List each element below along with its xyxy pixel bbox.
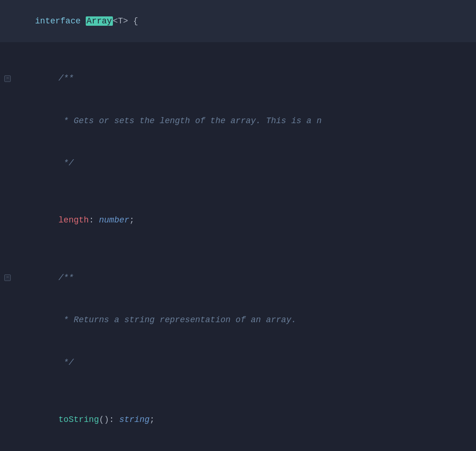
code-line-blank [0,384,476,399]
line-content: length: number; [28,200,476,242]
semicolon: ; [129,215,134,225]
code-line-blank [0,242,476,257]
code-line: * Gets or sets the length of the array. … [0,100,476,142]
type-string: string [119,415,149,424]
code-line-blank [0,185,476,200]
code-editor: interface Array<T> { − /** * Gets or set… [0,0,476,451]
line-content: interface Array<T> { [5,0,476,42]
comment-close: */ [59,358,74,367]
type-number: number [99,215,129,225]
comment-text: * Gets or sets the length of the array. … [59,116,322,126]
method-tostring: toString [59,415,99,424]
line-content: * Gets or sets the length of the array. … [28,100,476,142]
generic-param: <T> [113,16,128,26]
fold-gutter [4,159,11,167]
fold-icon[interactable]: − [4,75,11,82]
code-line: − /** [0,57,476,99]
line-content: */ [28,142,476,184]
fold-icon[interactable]: − [4,274,11,281]
line-content: toString(): string; [28,399,476,441]
line-content: /** [28,257,476,299]
comment-open: /** [59,74,74,83]
code-line-blank [0,42,476,57]
line-content: * Returns a string representation of an … [28,299,476,341]
comment-text: * Returns a string representation of an … [59,315,297,325]
code-line: * Returns a string representation of an … [0,299,476,341]
parens: (): [99,415,119,424]
fold-gutter [4,359,11,366]
code-line: */ [0,142,476,184]
class-name-array: Array [86,16,113,26]
comment-close: */ [59,158,74,168]
code-line: toString(): string; [0,399,476,441]
code-line-blank [0,441,476,451]
fold-gutter[interactable]: − [4,274,11,281]
fold-gutter[interactable]: − [4,75,11,82]
semicolon: ; [149,415,155,424]
colon: : [89,215,99,225]
property-length: length [59,215,89,225]
line-content: /** [28,57,476,99]
code-line: interface Array<T> { [0,0,476,42]
line-content: */ [28,341,476,384]
keyword-interface: interface [35,16,86,26]
code-line: */ [0,341,476,384]
comment-open: /** [59,273,74,282]
brace-open: { [128,16,138,26]
code-line: − /** [0,257,476,299]
code-line: length: number; [0,200,476,242]
